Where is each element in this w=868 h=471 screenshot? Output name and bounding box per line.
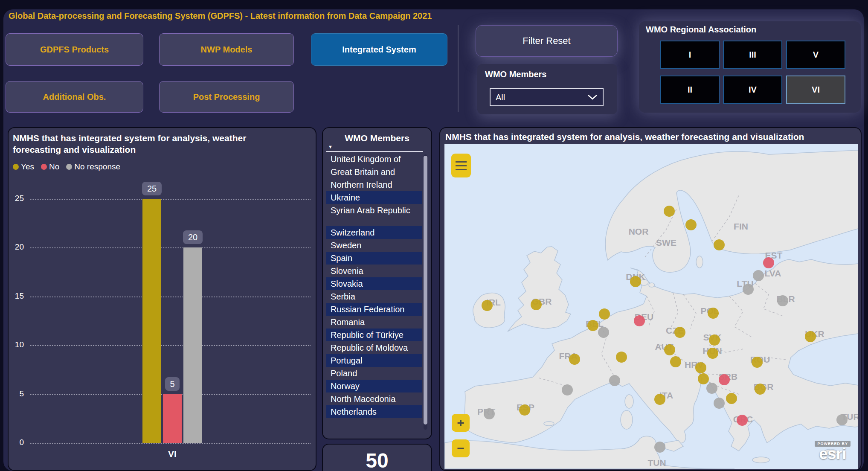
status-dot-yes[interactable] bbox=[726, 393, 737, 404]
chart-plot-area: VI 051015202525520 bbox=[30, 199, 311, 443]
status-dot-no_response[interactable] bbox=[609, 375, 620, 386]
member-list-item[interactable]: Sweden bbox=[326, 239, 422, 252]
member-list-item[interactable]: Republic of Moldova bbox=[326, 341, 422, 354]
member-list-item[interactable]: Serbia bbox=[326, 290, 422, 303]
member-list-item[interactable]: Norway bbox=[326, 380, 422, 392]
bar-yes[interactable] bbox=[142, 199, 161, 443]
ra-button-iii[interactable]: III bbox=[723, 41, 782, 69]
status-dot-no[interactable] bbox=[634, 315, 645, 326]
legend-item[interactable]: No bbox=[41, 162, 59, 172]
status-dot-yes[interactable] bbox=[755, 384, 766, 395]
status-dot-yes[interactable] bbox=[664, 344, 675, 355]
nav-integrated-system-button[interactable]: Integrated System bbox=[311, 33, 447, 66]
status-dot-no_response[interactable] bbox=[484, 408, 495, 419]
map-canvas[interactable]: NORSWEFINESTLVALTUBLRPOLCZESVKAUTHUNUKRR… bbox=[444, 144, 858, 469]
status-dot-yes[interactable] bbox=[616, 352, 627, 363]
member-list-item[interactable]: Syrian Arab Republic bbox=[326, 204, 422, 217]
map-menu-button[interactable] bbox=[451, 154, 471, 177]
wmo-members-filter-label: WMO Members bbox=[485, 70, 546, 79]
member-list-item[interactable]: Slovenia bbox=[326, 265, 422, 277]
member-list-item[interactable]: North Macedonia bbox=[326, 392, 422, 405]
sort-descending-icon[interactable]: ▼ bbox=[328, 144, 333, 149]
status-dot-no[interactable] bbox=[737, 415, 748, 426]
chart-legend: YesNoNo response bbox=[13, 162, 120, 172]
island-crete bbox=[752, 457, 769, 463]
status-dot-yes[interactable] bbox=[587, 320, 598, 331]
member-list-item[interactable]: United Kingdom of Great Britain and Nort… bbox=[326, 153, 422, 191]
bar-no[interactable] bbox=[163, 394, 182, 443]
status-dot-yes[interactable] bbox=[519, 404, 530, 416]
member-list-item[interactable]: Netherlands bbox=[326, 405, 422, 418]
status-dot-no_response[interactable] bbox=[654, 442, 665, 453]
status-dot-yes[interactable] bbox=[698, 373, 709, 384]
regional-association-title: WMO Regional Association bbox=[646, 25, 756, 35]
scrollbar-thumb[interactable] bbox=[424, 156, 427, 424]
status-dot-yes[interactable] bbox=[685, 219, 697, 230]
member-list-item[interactable]: Spain bbox=[326, 252, 422, 265]
status-dot-yes[interactable] bbox=[805, 331, 816, 342]
status-dot-no_response[interactable] bbox=[836, 414, 848, 425]
member-list-item[interactable]: Switzerland bbox=[326, 226, 422, 239]
status-dot-yes[interactable] bbox=[708, 308, 719, 319]
map-title: NMHS that has integrated system for anal… bbox=[445, 132, 855, 142]
status-dot-no_response[interactable] bbox=[743, 284, 754, 295]
nav-additional-obs-button[interactable]: Additional Obs. bbox=[6, 81, 143, 113]
island-funen bbox=[649, 283, 655, 287]
ra-button-vi[interactable]: VI bbox=[786, 76, 845, 104]
status-dot-no_response[interactable] bbox=[777, 295, 788, 306]
status-dot-yes[interactable] bbox=[664, 206, 675, 217]
status-dot-no_response[interactable] bbox=[753, 270, 764, 281]
nav-gdpfs-products-button[interactable]: GDPFS Products bbox=[6, 33, 143, 66]
hamburger-icon bbox=[456, 161, 467, 163]
member-list-item[interactable]: Portugal bbox=[326, 354, 422, 367]
status-dot-yes[interactable] bbox=[709, 334, 720, 346]
status-dot-yes[interactable] bbox=[599, 308, 610, 320]
y-axis-tick-label: 25 bbox=[5, 194, 24, 203]
status-dot-no_response[interactable] bbox=[714, 398, 725, 409]
ra-button-iv[interactable]: IV bbox=[723, 76, 782, 104]
member-list-item[interactable]: Poland bbox=[326, 367, 422, 380]
ra-button-i[interactable]: I bbox=[660, 41, 720, 69]
status-dot-yes[interactable] bbox=[630, 276, 641, 287]
status-dot-no_response[interactable] bbox=[706, 383, 717, 394]
country-label-nor: NOR bbox=[629, 227, 649, 236]
legend-item[interactable]: Yes bbox=[13, 162, 34, 172]
status-dot-yes[interactable] bbox=[752, 357, 763, 368]
member-list-item[interactable]: Slovakia bbox=[326, 277, 422, 290]
legend-item[interactable]: No response bbox=[66, 162, 120, 172]
bar-no-response[interactable] bbox=[183, 247, 202, 443]
dropdown-selected-value: All bbox=[496, 93, 587, 102]
chevron-down-icon bbox=[587, 94, 598, 100]
nav-post-processing-button[interactable]: Post Processing bbox=[159, 81, 294, 113]
map-zoom-in-button[interactable]: + bbox=[452, 414, 470, 432]
country-label-swe: SWE bbox=[656, 238, 676, 247]
status-dot-yes[interactable] bbox=[531, 299, 542, 310]
status-dot-yes[interactable] bbox=[695, 362, 706, 373]
member-list-item[interactable]: Romania bbox=[326, 316, 422, 329]
status-dot-no_response[interactable] bbox=[598, 327, 609, 338]
nav-nwp-models-button[interactable]: NWP Models bbox=[159, 33, 294, 66]
status-dot-no[interactable] bbox=[763, 257, 774, 268]
wmo-members-dropdown[interactable]: All bbox=[490, 88, 604, 106]
filter-reset-button[interactable]: Filter Reset bbox=[476, 25, 618, 57]
y-axis-tick-label: 5 bbox=[5, 389, 24, 398]
status-dot-yes[interactable] bbox=[654, 394, 665, 405]
member-list-item[interactable]: Ukraine bbox=[326, 191, 422, 204]
status-dot-yes[interactable] bbox=[670, 356, 681, 367]
members-list-header[interactable]: WMO Members bbox=[323, 133, 431, 143]
status-dot-yes[interactable] bbox=[707, 348, 718, 359]
member-list-item[interactable]: Russian Federation bbox=[326, 303, 422, 316]
island-corsica bbox=[625, 395, 633, 408]
status-dot-yes[interactable] bbox=[674, 327, 685, 338]
ra-button-v[interactable]: V bbox=[786, 41, 845, 69]
member-list-item[interactable]: Republic of Türkiye bbox=[326, 329, 422, 341]
ra-button-ii[interactable]: II bbox=[660, 76, 720, 104]
status-dot-yes[interactable] bbox=[569, 354, 580, 365]
country-label-fin: FIN bbox=[734, 221, 748, 231]
map-zoom-out-button[interactable]: − bbox=[452, 439, 470, 457]
status-dot-yes[interactable] bbox=[482, 300, 493, 311]
status-dot-no_response[interactable] bbox=[562, 384, 573, 395]
status-dot-yes[interactable] bbox=[714, 239, 725, 250]
members-scrollbar[interactable] bbox=[424, 154, 427, 430]
status-dot-no[interactable] bbox=[719, 374, 730, 385]
